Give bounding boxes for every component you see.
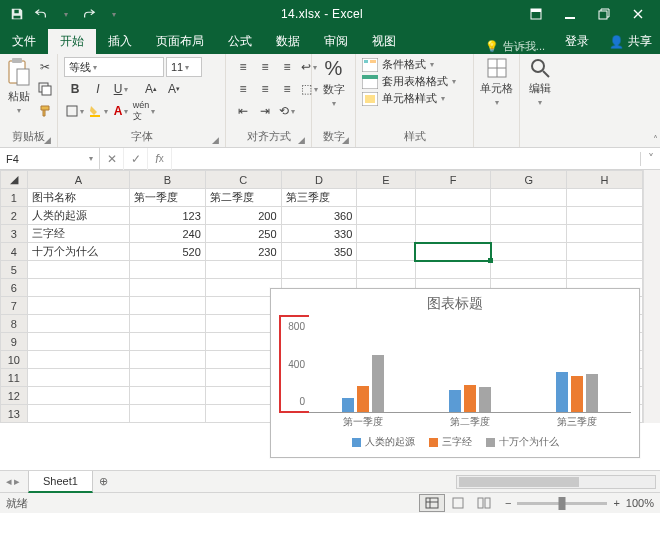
- column-headers[interactable]: ◢ ABCDEFGH: [1, 171, 643, 189]
- horizontal-scrollbar[interactable]: [456, 475, 656, 489]
- page-break-view-icon[interactable]: [471, 494, 497, 512]
- align-bottom-icon[interactable]: ≡: [276, 57, 298, 77]
- svg-rect-13: [370, 60, 376, 63]
- embedded-chart[interactable]: 图表标题 800 400 0 第一季度第二季度第三季度 人类的起源三字经十万个为…: [270, 288, 640, 458]
- align-top-icon[interactable]: ≡: [232, 57, 254, 77]
- copy-icon[interactable]: [34, 79, 56, 99]
- group-editing: 编辑▾: [520, 54, 560, 147]
- chart-title[interactable]: 图表标题: [271, 289, 639, 315]
- svg-rect-2: [565, 17, 575, 19]
- number-format-button[interactable]: % 数字▾: [318, 57, 349, 108]
- normal-view-icon[interactable]: [419, 494, 445, 512]
- svg-rect-15: [362, 75, 378, 79]
- underline-button[interactable]: U: [110, 79, 132, 99]
- orientation-button[interactable]: ⟲: [276, 101, 298, 121]
- cell-styles-button[interactable]: 单元格样式▾: [362, 91, 445, 106]
- font-launcher[interactable]: ◢: [212, 135, 219, 145]
- align-launcher[interactable]: ◢: [298, 135, 305, 145]
- table-row[interactable]: 5: [1, 261, 643, 279]
- close-icon[interactable]: [622, 2, 654, 26]
- zoom-in-button[interactable]: +: [613, 497, 619, 509]
- collapse-ribbon-icon[interactable]: ˄: [653, 134, 658, 145]
- table-format-button[interactable]: 套用表格格式▾: [362, 74, 456, 89]
- zoom-out-button[interactable]: −: [505, 497, 511, 509]
- table-row[interactable]: 3三字经240250330: [1, 225, 643, 243]
- svg-rect-17: [365, 95, 375, 103]
- phonetic-button[interactable]: wén文: [133, 101, 155, 121]
- chart-y-axis: 800 400 0: [279, 315, 309, 413]
- format-painter-icon[interactable]: [34, 101, 56, 121]
- cond-format-button[interactable]: 条件格式▾: [362, 57, 434, 72]
- new-sheet-button[interactable]: ⊕: [93, 475, 115, 488]
- fx-icon[interactable]: fx: [148, 148, 172, 170]
- tab-data[interactable]: 数据: [264, 29, 312, 54]
- vertical-scrollbar[interactable]: [643, 170, 660, 423]
- qat-customize[interactable]: [102, 3, 124, 25]
- table-row[interactable]: 2人类的起源123200360: [1, 207, 643, 225]
- redo-icon[interactable]: [78, 3, 100, 25]
- font-name-combo[interactable]: 等线: [64, 57, 164, 77]
- group-cells: 单元格▾: [474, 54, 520, 147]
- sheet-nav-prev-icon[interactable]: ◂: [6, 475, 12, 488]
- undo-icon[interactable]: [30, 3, 52, 25]
- indent-decrease-icon[interactable]: ⇤: [232, 101, 254, 121]
- tell-me[interactable]: 💡告诉我...: [477, 39, 553, 54]
- tab-insert[interactable]: 插入: [96, 29, 144, 54]
- save-icon[interactable]: [6, 3, 28, 25]
- chart-x-axis: 第一季度第二季度第三季度: [271, 413, 639, 431]
- enter-formula-icon[interactable]: ✓: [124, 148, 148, 170]
- align-left-icon[interactable]: ≡: [232, 79, 254, 99]
- paste-button[interactable]: 粘贴 ▾: [6, 57, 32, 115]
- cells-button[interactable]: 单元格▾: [480, 57, 513, 107]
- tab-home[interactable]: 开始: [48, 29, 96, 54]
- tab-review[interactable]: 审阅: [312, 29, 360, 54]
- bulb-icon: 💡: [485, 40, 499, 53]
- svg-rect-23: [426, 498, 438, 508]
- clipboard-launcher[interactable]: ◢: [44, 135, 51, 145]
- borders-button[interactable]: [64, 101, 86, 121]
- worksheet-grid[interactable]: ◢ ABCDEFGH 1图书名称第一季度第二季度第三季度2人类的起源123200…: [0, 170, 660, 470]
- undo-dropdown[interactable]: [54, 3, 76, 25]
- editing-button[interactable]: 编辑▾: [526, 57, 554, 107]
- group-alignment: ≡ ≡ ≡ ↩ ≡ ≡ ≡ ⬚ ⇤ ⇥ ⟲ 对齐方式◢: [226, 54, 312, 147]
- expand-formula-icon[interactable]: ˅: [640, 152, 660, 166]
- shrink-font-button[interactable]: A▾: [163, 79, 185, 99]
- tab-formulas[interactable]: 公式: [216, 29, 264, 54]
- number-launcher[interactable]: ◢: [342, 135, 349, 145]
- minimize-icon[interactable]: [554, 2, 586, 26]
- italic-button[interactable]: I: [87, 79, 109, 99]
- cut-icon[interactable]: ✂: [34, 57, 56, 77]
- zoom-level[interactable]: 100%: [626, 497, 654, 509]
- ribbon-options-icon[interactable]: [520, 2, 552, 26]
- tab-layout[interactable]: 页面布局: [144, 29, 216, 54]
- page-layout-view-icon[interactable]: [445, 494, 471, 512]
- sheet-nav-next-icon[interactable]: ▸: [14, 475, 20, 488]
- tab-file[interactable]: 文件: [0, 29, 48, 54]
- cancel-formula-icon[interactable]: ✕: [100, 148, 124, 170]
- status-text: 就绪: [6, 496, 28, 511]
- signin[interactable]: 登录: [553, 29, 601, 54]
- font-size-combo[interactable]: 11: [166, 57, 202, 77]
- svg-rect-26: [453, 498, 463, 508]
- table-row[interactable]: 1图书名称第一季度第二季度第三季度: [1, 189, 643, 207]
- share-button[interactable]: 👤共享: [601, 29, 660, 54]
- chart-plot-area[interactable]: [309, 315, 631, 413]
- align-center-icon[interactable]: ≡: [254, 79, 276, 99]
- table-row[interactable]: 4十万个为什么520230350: [1, 243, 643, 261]
- align-right-icon[interactable]: ≡: [276, 79, 298, 99]
- group-styles: 条件格式▾ 套用表格格式▾ 单元格样式▾ 样式: [356, 54, 474, 147]
- zoom-slider[interactable]: [517, 502, 607, 505]
- tab-view[interactable]: 视图: [360, 29, 408, 54]
- chart-legend[interactable]: 人类的起源三字经十万个为什么: [271, 431, 639, 449]
- select-all-button[interactable]: ◢: [1, 171, 28, 189]
- grow-font-button[interactable]: A▴: [140, 79, 162, 99]
- bold-button[interactable]: B: [64, 79, 86, 99]
- percent-icon: %: [325, 57, 343, 80]
- indent-increase-icon[interactable]: ⇥: [254, 101, 276, 121]
- fill-color-button[interactable]: [87, 101, 109, 121]
- sheet-tab[interactable]: Sheet1: [28, 471, 93, 493]
- name-box[interactable]: F4▾: [0, 148, 100, 169]
- align-middle-icon[interactable]: ≡: [254, 57, 276, 77]
- font-color-button[interactable]: A: [110, 101, 132, 121]
- restore-icon[interactable]: [588, 2, 620, 26]
